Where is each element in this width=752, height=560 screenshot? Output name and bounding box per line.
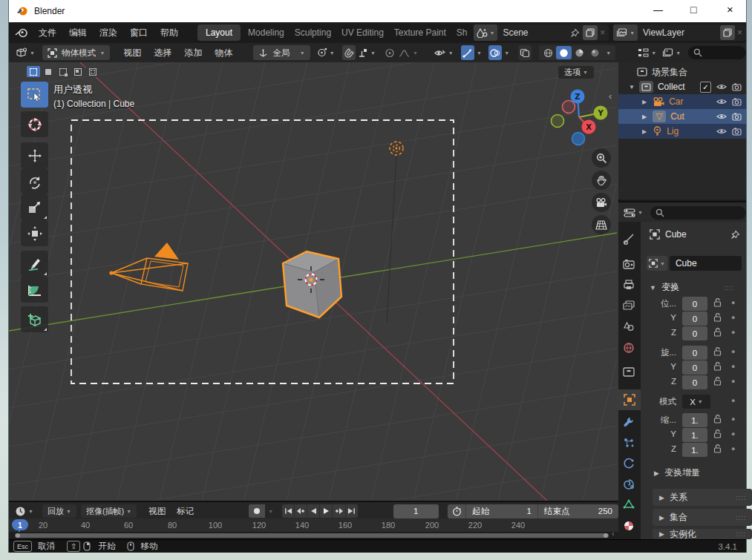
tool-move[interactable] — [21, 142, 48, 168]
select-mode-subtract[interactable] — [56, 66, 70, 77]
animate-dot[interactable]: ● — [731, 363, 735, 370]
tool-annotate[interactable] — [21, 251, 48, 277]
tab-world[interactable] — [623, 342, 635, 354]
tab-output[interactable] — [623, 280, 635, 290]
pan-hand-button[interactable] — [592, 171, 611, 190]
workspace-tab-shading[interactable]: Sh — [457, 27, 468, 38]
viewlayer-name[interactable]: ViewLayer — [643, 27, 684, 38]
tab-tool[interactable] — [623, 234, 635, 246]
scene-browse-button[interactable]: ▼ — [474, 24, 498, 41]
tab-scene[interactable] — [623, 321, 635, 332]
animate-dot[interactable]: ● — [731, 348, 735, 355]
playback-menu[interactable]: 回放▼ — [42, 504, 76, 518]
jump-to-end-button[interactable] — [346, 504, 358, 518]
properties-search[interactable] — [650, 206, 746, 220]
gizmo-neg-y[interactable] — [552, 115, 564, 128]
auto-keying-dropdown[interactable]: ▼ — [268, 509, 273, 514]
stopwatch-icon[interactable] — [448, 507, 465, 516]
viewport-3d[interactable]: Z Y X 选项▼ 用户透视 (1) Collection | Cube — [9, 62, 620, 501]
unlink-scene-icon[interactable]: × — [600, 27, 605, 38]
workspace-tab-modeling[interactable]: Modeling — [248, 27, 284, 38]
new-scene-button[interactable] — [583, 25, 598, 40]
editor-type-button[interactable]: ▼ — [15, 47, 35, 58]
tab-particles[interactable] — [623, 437, 635, 449]
workspace-tab-sculpting[interactable]: Sculpting — [295, 27, 331, 38]
keying-menu[interactable]: 抠像(插帧)▼ — [81, 504, 137, 518]
outliner-display-mode[interactable]: ▼ — [638, 47, 656, 58]
outliner-row-camera[interactable]: ▶ Car — [618, 94, 746, 109]
gizmos-dropdown[interactable]: ▼ — [477, 50, 482, 56]
tab-constraints[interactable] — [623, 478, 635, 490]
panel-grip[interactable]: :::: — [736, 514, 746, 521]
pin-icon[interactable] — [570, 28, 580, 38]
maximize-button[interactable]: □ — [690, 4, 696, 16]
render-visibility-icon[interactable] — [732, 128, 742, 136]
lock-icon[interactable] — [713, 376, 722, 386]
viewport-menu-select[interactable]: 选择 — [154, 47, 171, 59]
snap-toggle[interactable] — [342, 45, 356, 60]
snap-target-dropdown[interactable]: ▼ — [358, 48, 376, 58]
eye-icon[interactable] — [716, 98, 727, 105]
tab-modifiers[interactable] — [623, 416, 635, 428]
gizmos-toggle[interactable] — [461, 45, 474, 60]
end-frame-field[interactable]: 结束点 250 — [537, 504, 618, 518]
titlebar[interactable]: Blender — □ × — [9, 0, 746, 22]
pin-icon[interactable] — [730, 230, 740, 240]
timeline-view-menu[interactable]: 视图 — [148, 506, 166, 517]
visibility-dropdown[interactable]: ▼ — [434, 48, 454, 58]
select-mode-invert[interactable] — [71, 66, 85, 77]
panel-grip[interactable]: :::: — [736, 494, 746, 501]
workspace-tab-layout[interactable]: Layout — [197, 24, 241, 41]
tool-scale[interactable] — [21, 194, 48, 220]
menu-help[interactable]: 帮助 — [160, 27, 178, 39]
cube-expand-icon[interactable]: ▶ — [642, 113, 647, 120]
remove-viewlayer-icon[interactable]: × — [737, 27, 742, 38]
jump-to-start-button[interactable] — [282, 504, 294, 518]
overlays-toggle[interactable] — [488, 45, 502, 60]
lock-icon[interactable] — [713, 444, 722, 453]
zoom-button[interactable] — [592, 148, 611, 168]
menu-edit[interactable]: 编辑 — [69, 27, 87, 39]
collection-expand-icon[interactable]: ▼ — [629, 84, 635, 90]
outliner-search[interactable] — [688, 46, 746, 59]
render-visibility-icon[interactable] — [732, 98, 742, 106]
gizmo-neg-z[interactable] — [572, 133, 585, 145]
outliner-row-scene-collection[interactable]: 场景集合 — [618, 65, 746, 79]
auto-keying-button[interactable] — [249, 504, 265, 518]
location-y-field[interactable]: 0 — [682, 312, 707, 326]
tool-transform[interactable] — [21, 220, 48, 246]
scale-x-field[interactable]: 1. — [682, 413, 707, 427]
menu-file[interactable]: 文件 — [39, 27, 56, 39]
eye-icon[interactable] — [716, 113, 727, 120]
render-visibility-icon[interactable] — [732, 83, 742, 91]
tool-select-box[interactable] — [21, 82, 48, 108]
rotation-x-field[interactable]: 0 — [682, 346, 707, 360]
mode-dropdown[interactable]: 物体模式 ▼ — [42, 45, 111, 60]
timeline-scrollbar[interactable] — [15, 533, 609, 538]
tab-physics[interactable] — [623, 458, 635, 470]
new-viewlayer-button[interactable] — [720, 25, 735, 40]
viewport-canvas[interactable]: Z Y X — [9, 62, 617, 501]
location-z-field[interactable]: 0 — [682, 326, 707, 340]
animate-dot[interactable]: ● — [731, 430, 735, 438]
animate-dot[interactable]: ● — [731, 415, 735, 423]
lock-icon[interactable] — [713, 327, 722, 337]
outliner-row-collection[interactable]: ▼ Collect ✓ — [618, 79, 746, 94]
tab-object-active[interactable] — [618, 389, 641, 410]
shading-solid-button[interactable] — [556, 46, 572, 59]
menu-window[interactable]: 窗口 — [130, 27, 148, 39]
breadcrumb-object-name[interactable]: Cube — [665, 229, 687, 240]
eye-icon[interactable] — [716, 83, 727, 90]
animate-dot[interactable]: ● — [731, 378, 735, 385]
viewlayer-browse-button[interactable]: ▼ — [613, 24, 638, 41]
timeline-markers-menu[interactable]: 标记 — [177, 506, 194, 517]
current-frame-badge[interactable]: 1 — [12, 519, 28, 530]
gizmo-neg-x[interactable] — [563, 101, 575, 113]
sidebar-collapse-icon[interactable]: ‹ — [609, 90, 612, 102]
shading-material-button[interactable] — [572, 46, 587, 59]
render-visibility-icon[interactable] — [732, 113, 742, 121]
tab-viewlayer[interactable] — [623, 300, 635, 311]
timeline-editor-type[interactable]: ▼ — [15, 506, 33, 517]
scale-y-field[interactable]: 1. — [682, 428, 707, 442]
viewport-options-button[interactable]: 选项▼ — [558, 66, 594, 79]
